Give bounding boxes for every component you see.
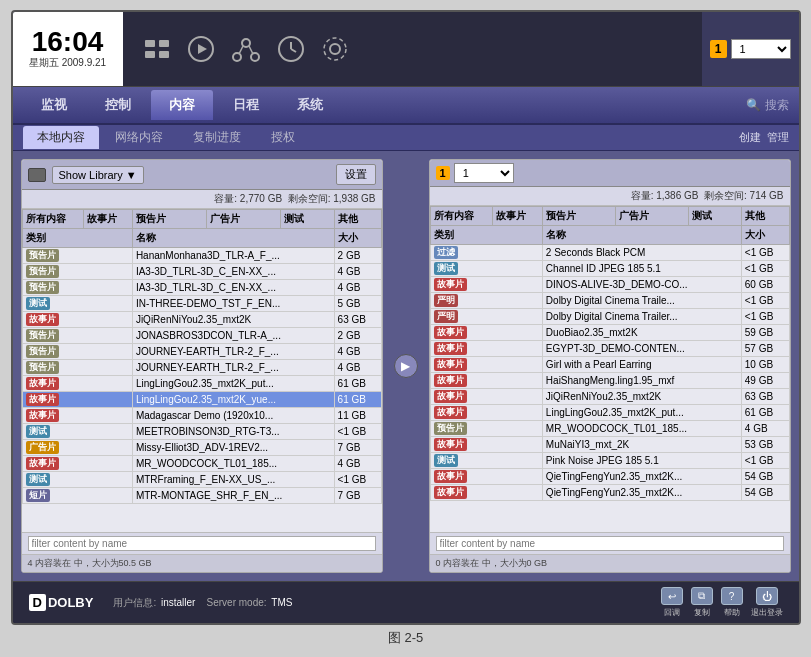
col-category: 类别 bbox=[22, 229, 132, 248]
share-icon-btn[interactable] bbox=[231, 35, 261, 63]
right-table-row[interactable]: 故事片 Girl with a Pearl Earring 10 GB bbox=[430, 357, 789, 373]
left-table-row[interactable]: 故事片 MR_WOODCOCK_TL01_185... 4 GB bbox=[22, 456, 381, 472]
rcol-all[interactable]: 所有内容 bbox=[430, 207, 493, 226]
left-table-row[interactable]: 广告片 Missy-Elliot3D_ADV-1REV2... 7 GB bbox=[22, 440, 381, 456]
left-table-row[interactable]: 测试 IN-THREE-DEMO_TST_F_EN... 5 GB bbox=[22, 296, 381, 312]
grid-icon-btn[interactable] bbox=[143, 38, 171, 60]
bottom-actions: ↩ 回调 ⧉ 复制 ? 帮助 ⏻ 退出登录 bbox=[661, 587, 783, 618]
action-callback-btn[interactable]: ↩ 回调 bbox=[661, 587, 683, 618]
sub-tab-network[interactable]: 网络内容 bbox=[101, 126, 177, 149]
right-table-row[interactable]: 故事片 JiQiRenNiYou2.35_mxt2K 63 GB bbox=[430, 389, 789, 405]
left-row-size: 11 GB bbox=[334, 408, 381, 424]
left-filter-input[interactable] bbox=[28, 536, 376, 551]
right-table-row[interactable]: 严明 Dolby Digital Cinema Traile... <1 GB bbox=[430, 293, 789, 309]
rcol-other[interactable]: 其他 bbox=[741, 207, 789, 226]
sub-tab-copy[interactable]: 复制进度 bbox=[179, 126, 255, 149]
left-table-row[interactable]: 预告片 JONASBROS3DCON_TLR-A_... 2 GB bbox=[22, 328, 381, 344]
settings-icon-btn[interactable] bbox=[321, 35, 349, 63]
action-help-btn[interactable]: ? 帮助 bbox=[721, 587, 743, 618]
col-all-content[interactable]: 所有内容 bbox=[22, 210, 84, 229]
sub-nav-manage[interactable]: 管理 bbox=[767, 130, 789, 145]
right-file-table[interactable]: 所有内容 故事片 预告片 广告片 测试 其他 类别 名称 大小 bbox=[430, 206, 790, 532]
left-table-row[interactable]: 故事片 Madagascar Demo (1920x10... 11 GB bbox=[22, 408, 381, 424]
rcol-movie[interactable]: 故事片 bbox=[493, 207, 542, 226]
right-table-row[interactable]: 测试 Pink Noise JPEG 185 5.1 <1 GB bbox=[430, 453, 789, 469]
left-table-row[interactable]: 故事片 LingLingGou2.35_mxt2K_yue... 61 GB bbox=[22, 392, 381, 408]
main-window: 16:04 星期五 2009.9.21 bbox=[11, 10, 801, 625]
left-table-row[interactable]: 预告片 HananMonhana3D_TLR-A_F_... 2 GB bbox=[22, 248, 381, 264]
left-file-table[interactable]: 所有内容 故事片 预告片 广告片 测试 其他 类别 名称 大小 bbox=[22, 209, 382, 532]
left-row-tag: 测试 bbox=[22, 424, 132, 440]
left-row-tag: 故事片 bbox=[22, 456, 132, 472]
nav-btn-monitor[interactable]: 监视 bbox=[23, 90, 85, 120]
col-other[interactable]: 其他 bbox=[334, 210, 381, 229]
middle-arrow-area: ▶ bbox=[391, 159, 421, 573]
left-row-size: 4 GB bbox=[334, 344, 381, 360]
left-table-row[interactable]: 测试 MEETROBINSON3D_RTG-T3... <1 GB bbox=[22, 424, 381, 440]
clock-icon-btn[interactable] bbox=[277, 35, 305, 63]
right-filter-input[interactable] bbox=[436, 536, 784, 551]
left-settings-btn[interactable]: 设置 bbox=[336, 164, 376, 185]
right-table-row[interactable]: 故事片 DINOS-ALIVE-3D_DEMO-CO... 60 GB bbox=[430, 277, 789, 293]
right-table-row[interactable]: 故事片 LingLingGou2.35_mxt2K_put... 61 GB bbox=[430, 405, 789, 421]
sub-nav-create[interactable]: 创建 bbox=[739, 130, 761, 145]
left-table-row[interactable]: 短片 MTR-MONTAGE_SHR_F_EN_... 7 GB bbox=[22, 488, 381, 504]
left-table-row[interactable]: 预告片 IA3-3D_TLRL-3D_C_EN-XX_... 4 GB bbox=[22, 280, 381, 296]
action-logout-btn[interactable]: ⏻ 退出登录 bbox=[751, 587, 783, 618]
rcol-test[interactable]: 测试 bbox=[688, 207, 741, 226]
show-library-btn[interactable]: Show Library ▼ bbox=[52, 166, 144, 184]
right-table-row[interactable]: 故事片 MuNaiYI3_mxt_2K 53 GB bbox=[430, 437, 789, 453]
right-row-size: 49 GB bbox=[741, 373, 789, 389]
right-table-row[interactable]: 预告片 MR_WOODCOCK_TL01_185... 4 GB bbox=[430, 421, 789, 437]
nav-btn-system[interactable]: 系统 bbox=[279, 90, 341, 120]
col-test[interactable]: 测试 bbox=[280, 210, 334, 229]
right-table-row[interactable]: 故事片 QieTingFengYun2.35_mxt2K... 54 GB bbox=[430, 485, 789, 501]
left-filter-row bbox=[22, 532, 382, 554]
right-channel-dropdown[interactable]: 1 bbox=[454, 163, 514, 183]
right-row-size: 4 GB bbox=[741, 421, 789, 437]
rcol-trailer[interactable]: 预告片 bbox=[542, 207, 615, 226]
play-icon-btn[interactable] bbox=[187, 35, 215, 63]
copy-arrow-btn[interactable]: ▶ bbox=[394, 354, 418, 378]
nav-bar: 监视 控制 内容 日程 系统 🔍 搜索 bbox=[13, 87, 799, 125]
left-row-name: JONASBROS3DCON_TLR-A_... bbox=[132, 328, 334, 344]
sub-tab-local[interactable]: 本地内容 bbox=[23, 126, 99, 149]
col-ad[interactable]: 广告片 bbox=[206, 210, 280, 229]
left-row-size: 4 GB bbox=[334, 456, 381, 472]
right-row-tag: 故事片 bbox=[430, 469, 542, 485]
right-table-row[interactable]: 过滤 2 Seconds Black PCM <1 GB bbox=[430, 245, 789, 261]
nav-btn-schedule[interactable]: 日程 bbox=[215, 90, 277, 120]
right-table-row[interactable]: 故事片 DuoBiao2.35_mxt2K 59 GB bbox=[430, 325, 789, 341]
left-table-row[interactable]: 预告片 JOURNEY-EARTH_TLR-2_F_... 4 GB bbox=[22, 360, 381, 376]
left-table-row[interactable]: 故事片 JiQiRenNiYou2.35_mxt2K 63 GB bbox=[22, 312, 381, 328]
right-table-row[interactable]: 严明 Dolby Digital Cinema Trailer... <1 GB bbox=[430, 309, 789, 325]
nav-btn-content[interactable]: 内容 bbox=[151, 90, 213, 120]
rcol-ad[interactable]: 广告片 bbox=[615, 207, 688, 226]
action-copy-btn[interactable]: ⧉ 复制 bbox=[691, 587, 713, 618]
right-row-tag: 故事片 bbox=[430, 485, 542, 501]
left-table-row[interactable]: 测试 MTRFraming_F_EN-XX_US_... <1 GB bbox=[22, 472, 381, 488]
right-table-row[interactable]: 测试 Channel ID JPEG 185 5.1 <1 GB bbox=[430, 261, 789, 277]
svg-rect-2 bbox=[145, 51, 155, 58]
right-row-name: QieTingFengYun2.35_mxt2K... bbox=[542, 485, 741, 501]
nav-btn-control[interactable]: 控制 bbox=[87, 90, 149, 120]
right-table-row[interactable]: 故事片 EGYPT-3D_DEMO-CONTEN... 57 GB bbox=[430, 341, 789, 357]
right-row-name: Dolby Digital Cinema Trailer... bbox=[542, 309, 741, 325]
right-row-tag: 严明 bbox=[430, 293, 542, 309]
right-row-name: JiQiRenNiYou2.35_mxt2K bbox=[542, 389, 741, 405]
user-info: 用户信息: installer Server mode: TMS bbox=[113, 596, 292, 610]
left-row-name: Missy-Elliot3D_ADV-1REV2... bbox=[132, 440, 334, 456]
right-row-size: 63 GB bbox=[741, 389, 789, 405]
svg-rect-3 bbox=[159, 51, 169, 58]
left-table-row[interactable]: 预告片 JOURNEY-EARTH_TLR-2_F_... 4 GB bbox=[22, 344, 381, 360]
right-table-row[interactable]: 故事片 QieTingFengYun2.35_mxt2K... 54 GB bbox=[430, 469, 789, 485]
clock-area: 16:04 星期五 2009.9.21 bbox=[13, 12, 123, 86]
col-trailer[interactable]: 预告片 bbox=[132, 210, 206, 229]
sub-tab-auth[interactable]: 授权 bbox=[257, 126, 309, 149]
left-table-row[interactable]: 预告片 IA3-3D_TLRL-3D_C_EN-XX_... 4 GB bbox=[22, 264, 381, 280]
nav-sub-search[interactable]: 🔍 搜索 bbox=[746, 97, 788, 114]
channel-dropdown[interactable]: 1 bbox=[731, 39, 791, 59]
col-movie[interactable]: 故事片 bbox=[84, 210, 133, 229]
right-table-row[interactable]: 故事片 HaiShangMeng.ling1.95_mxf 49 GB bbox=[430, 373, 789, 389]
left-table-row[interactable]: 故事片 LingLingGou2.35_mxt2K_put... 61 GB bbox=[22, 376, 381, 392]
